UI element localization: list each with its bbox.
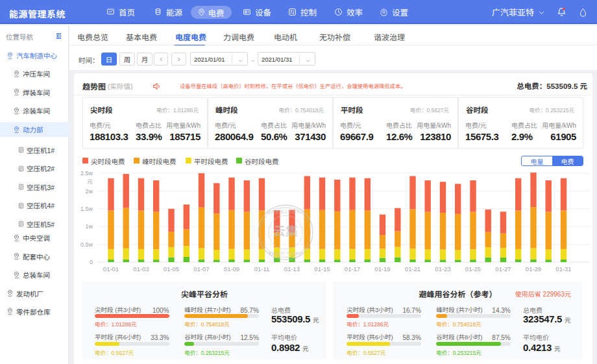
svg-text::::: ::: xyxy=(304,229,308,236)
svg-text:01-25: 01-25 xyxy=(465,264,481,273)
svg-text:1w: 1w xyxy=(85,222,93,230)
svg-text:01-03: 01-03 xyxy=(133,264,149,273)
svg-text:01-21: 01-21 xyxy=(405,264,420,273)
svg-text:01-29: 01-29 xyxy=(526,264,541,273)
svg-text:2.5w: 2.5w xyxy=(80,169,93,177)
svg-text:云集: 云集 xyxy=(273,221,298,239)
svg-text:智能监控 节能降耗: 智能监控 节能降耗 xyxy=(268,250,303,256)
svg-text:0: 0 xyxy=(90,258,93,266)
svg-text:01-01: 01-01 xyxy=(103,264,119,273)
svg-text:01-11: 01-11 xyxy=(254,264,270,273)
svg-text:能源管理云平台系统: 能源管理云平台系统 xyxy=(267,208,305,215)
svg-text:01-31: 01-31 xyxy=(555,264,571,273)
svg-text:元: 元 xyxy=(87,177,93,186)
svg-text::::: ::: xyxy=(263,229,267,236)
svg-text:01-15: 01-15 xyxy=(314,264,330,273)
svg-text:01-05: 01-05 xyxy=(164,264,179,273)
svg-text:01-19: 01-19 xyxy=(374,264,390,273)
svg-text:01-23: 01-23 xyxy=(435,264,450,273)
svg-text:01-07: 01-07 xyxy=(193,264,209,273)
svg-text:01-27: 01-27 xyxy=(495,264,511,273)
svg-text:1.5w: 1.5w xyxy=(80,204,93,213)
svg-text:0.5w: 0.5w xyxy=(80,240,93,249)
svg-text:01-09: 01-09 xyxy=(224,264,239,273)
svg-text:2w: 2w xyxy=(85,187,93,195)
svg-text:01-13: 01-13 xyxy=(284,264,300,273)
svg-text:01-17: 01-17 xyxy=(345,264,360,273)
